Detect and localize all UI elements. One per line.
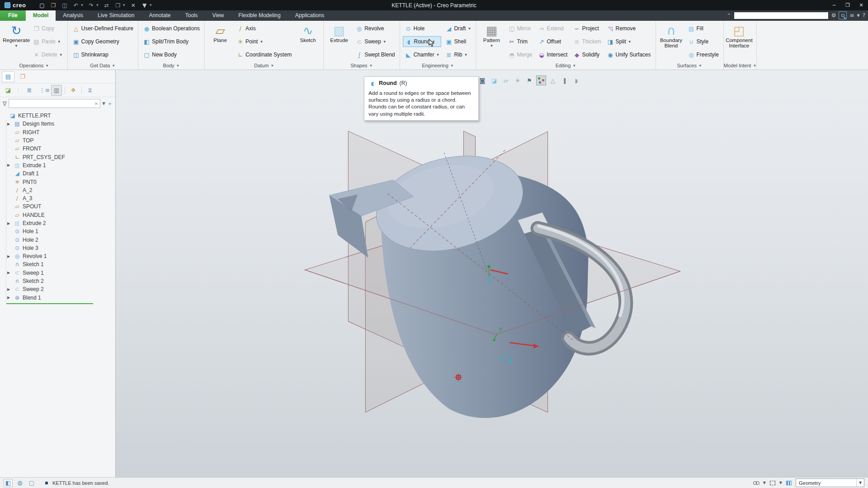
tree-item-kettle-prt[interactable]: ◪KETTLE.PRT (3, 112, 115, 120)
insertion-locator-line[interactable] (6, 303, 93, 304)
tree-item-top[interactable]: ▱TOP (7, 136, 115, 145)
tree-columns-button[interactable]: ▥ (51, 85, 62, 96)
expand-caret-icon[interactable]: ▶ (7, 254, 12, 258)
annotation-display-button[interactable]: ⚑ (524, 75, 534, 85)
dropdown-arrow-icon[interactable]: ▼ (383, 40, 387, 44)
group-label-get-data[interactable]: Get Data▼ (68, 61, 138, 70)
split-button[interactable]: ◨Split▼ (604, 36, 652, 47)
expand-caret-icon[interactable]: ▶ (7, 271, 12, 275)
dropdown-arrow-icon[interactable]: ▼ (149, 3, 152, 7)
tree-item-prt-csys-def[interactable]: ∟PRT_CSYS_DEF (7, 153, 115, 161)
rib-button[interactable]: ≣Rib▼ (443, 49, 473, 60)
group-dropdown-icon[interactable]: ▼ (450, 64, 454, 68)
model-tree-tab[interactable]: ▤ (2, 71, 14, 82)
group-label-shapes[interactable]: Shapes▼ (324, 61, 399, 70)
expand-caret-icon[interactable]: ▶ (7, 287, 12, 291)
plane-button[interactable]: ▱Plane (207, 22, 234, 61)
tree-search-input[interactable] (9, 100, 93, 107)
group-label-model-intent[interactable]: Model Intent▼ (724, 61, 756, 70)
intersect-button[interactable]: ◒Intersect (536, 49, 569, 60)
selection-box-icon[interactable] (768, 479, 777, 487)
tree-item-front[interactable]: ▱FRONT (7, 145, 115, 153)
tree-item-right[interactable]: ▱RIGHT (7, 128, 115, 136)
new-file-button[interactable]: ▢ (37, 2, 47, 9)
dropdown-arrow-icon[interactable]: ▼ (57, 40, 61, 44)
copy-geometry-button[interactable]: ▣Copy Geometry (71, 36, 135, 47)
tree-item-design-items[interactable]: ▶▤Design Items (7, 120, 115, 128)
tab-annotate[interactable]: Annotate (142, 10, 178, 21)
gear-icon[interactable]: ⚙ (831, 12, 836, 19)
point-button[interactable]: ✳Point▼ (235, 36, 293, 47)
dropdown-arrow-icon[interactable]: ▼ (467, 27, 471, 31)
tree-item-draft-1[interactable]: ◢Draft 1 (7, 169, 115, 178)
group-dropdown-icon[interactable]: ▼ (753, 64, 756, 68)
tree-item-revolve-1[interactable]: ▶◎Revolve 1 (7, 252, 115, 260)
round-button[interactable]: ◖Round▼ (403, 36, 442, 47)
dropdown-arrow-icon[interactable]: ▼ (122, 3, 126, 7)
clear-search-icon[interactable]: ✕ (93, 101, 100, 106)
component-interface-button[interactable]: ◰Component Interface (726, 22, 753, 61)
tab-flexible-modeling[interactable]: Flexible Modeling (231, 10, 288, 21)
ribbon-options-icon[interactable]: ≡ (849, 12, 854, 19)
tab-live-simulation[interactable]: Live Simulation (90, 10, 142, 21)
group-dropdown-icon[interactable]: ▼ (176, 64, 180, 68)
expand-caret-icon[interactable]: ▶ (7, 163, 12, 167)
group-label-engineering[interactable]: Engineering▼ (400, 61, 476, 70)
axis-button[interactable]: ∕Axis (235, 23, 293, 34)
trim-button[interactable]: ✂Trim (506, 36, 534, 47)
regenerate-button[interactable]: ↻Regenerate▼ (3, 22, 30, 61)
coordinate-system-button[interactable]: ∟Coordinate System (235, 49, 293, 60)
offset-button[interactable]: ↗Offset (536, 36, 569, 47)
dropdown-arrow-icon[interactable]: ▼ (259, 40, 263, 44)
dropdown-arrow-icon[interactable]: ▼ (490, 44, 493, 48)
close-button[interactable]: ✕ (854, 0, 868, 10)
thicken-button[interactable]: ≡Thicken (571, 36, 603, 47)
pattern-button[interactable]: ▦Pattern▼ (478, 22, 505, 61)
collapse-items-button[interactable]: ⋮≡ (38, 85, 48, 96)
remove-button[interactable]: ◹Remove (604, 23, 652, 34)
save-button[interactable]: ◫ (59, 2, 70, 9)
tree-item-sweep-2[interactable]: ▶⊂Sweep 2 (7, 285, 115, 293)
group-dropdown-icon[interactable]: ▼ (112, 64, 115, 68)
expand-items-button[interactable]: ≣ (24, 85, 35, 96)
close-window-button[interactable]: ✕ (128, 2, 138, 9)
paste-button[interactable]: ▤Paste▼ (31, 36, 65, 47)
tree-filter-button[interactable]: ⧖ (85, 85, 95, 96)
undo-button[interactable]: ↶▼ (71, 2, 85, 9)
group-dropdown-icon[interactable]: ▼ (369, 64, 373, 68)
graphics-viewport[interactable]: Y Z ◙◪▱✳⚑△∥◗ ◖ Round (R) Add a round to … (116, 70, 868, 477)
pause-button[interactable]: ∥ (560, 75, 570, 85)
tree-item-spout[interactable]: ▱SPOUT (7, 202, 115, 211)
3d-dragger-button[interactable]: ◗ (571, 75, 581, 85)
add-filter-icon[interactable]: ＋ (107, 100, 113, 108)
delete-button[interactable]: ✕Delete▼ (31, 49, 65, 60)
chamfer-button[interactable]: ◣Chamfer▼ (403, 49, 442, 60)
open-file-button[interactable]: ❐ (48, 2, 58, 9)
draft-button[interactable]: ◢Draft▼ (443, 23, 473, 34)
group-label-operations[interactable]: Operations▼ (1, 61, 67, 70)
project-button[interactable]: ∽Project (571, 23, 603, 34)
tree-item-hole-2[interactable]: ⊙Hole 2 (7, 235, 115, 244)
browser-icon[interactable]: ◍ (15, 479, 24, 487)
select-all-icon[interactable] (784, 479, 793, 487)
tree-item-extrude-2[interactable]: ▶▧Extrude 2 (7, 219, 115, 227)
dropdown-arrow-icon[interactable]: ▼ (14, 44, 18, 48)
split-trim-body-button[interactable]: ◧Split/Trim Body (141, 36, 202, 47)
unify-surfaces-button[interactable]: ◉Unify Surfaces (604, 49, 652, 60)
perspective-button[interactable]: △ (548, 75, 558, 85)
redo-button[interactable]: ↷▼ (86, 2, 100, 9)
new-page-icon[interactable]: ▢ (27, 479, 36, 487)
fill-button[interactable]: ▨Fill (686, 23, 721, 34)
folder-browser-tab[interactable]: ❐ (16, 71, 29, 82)
tree-item-sketch-1[interactable]: ∩Sketch 1 (7, 260, 115, 268)
command-search-input[interactable] (734, 12, 829, 19)
dropdown-arrow-icon[interactable]: ▼ (628, 40, 632, 44)
dropdown-arrow-icon[interactable]: ▼ (80, 3, 84, 7)
group-dropdown-icon[interactable]: ▼ (45, 64, 49, 68)
swept-blend-button[interactable]: ∫Swept Blend (354, 49, 396, 60)
new-body-button[interactable]: ▢New Body (141, 49, 202, 60)
axis-display-button[interactable]: ✳ (513, 75, 523, 85)
tab-model[interactable]: Model (26, 10, 56, 21)
group-label-body[interactable]: Body▼ (138, 61, 204, 70)
shrinkwrap-tree-button[interactable]: ❖ (68, 85, 79, 96)
